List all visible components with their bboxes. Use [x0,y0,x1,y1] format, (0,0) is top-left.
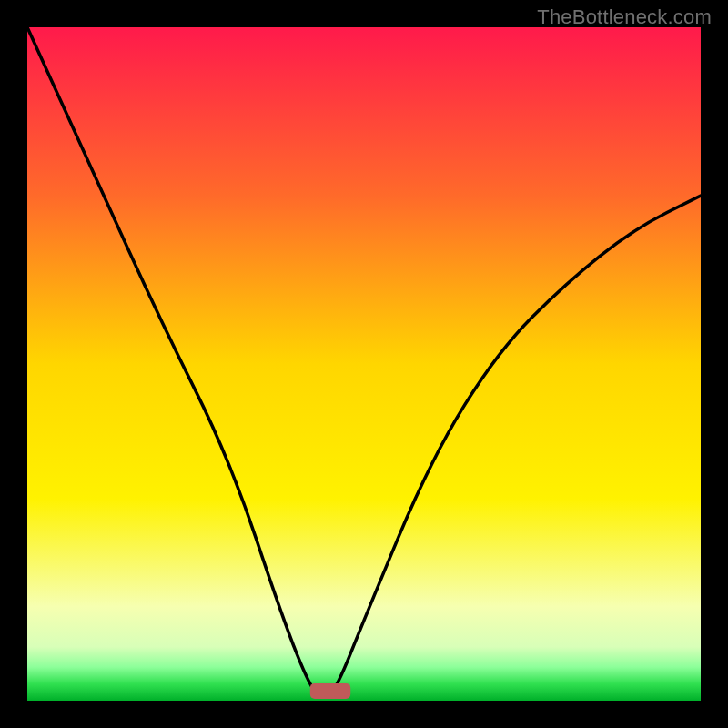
bottleneck-chart [27,27,701,701]
watermark-text: TheBottleneck.com [537,5,712,29]
plot-background [27,27,701,701]
optimal-zone-marker [310,683,350,699]
chart-frame: TheBottleneck.com [0,0,728,728]
